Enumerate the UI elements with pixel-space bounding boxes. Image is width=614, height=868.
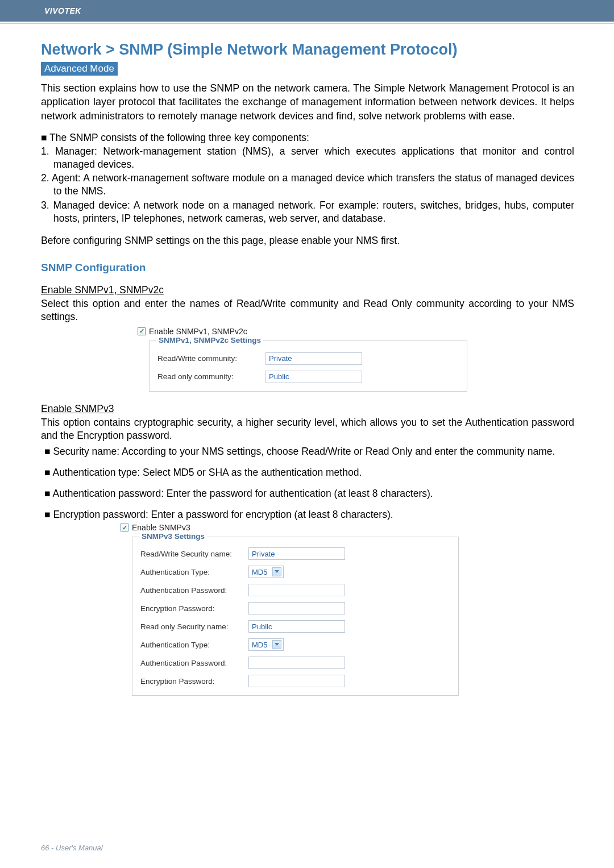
rw-auth-type-row: Authentication Type: MD5 (140, 566, 450, 578)
rw-auth-type-select[interactable]: MD5 (248, 566, 284, 578)
ro-auth-type-select[interactable]: MD5 (248, 638, 284, 651)
snmpv1v2c-fieldset: SNMPv1, SNMPv2c Settings Read/Write comm… (149, 340, 467, 392)
enable-v1v2c-checkbox-label: Enable SNMPv1, SNMPv2c (149, 327, 247, 336)
rw-enc-password-row: Encryption Password: (140, 602, 450, 614)
component-item-2: 2. Agent: A network-management software … (41, 172, 574, 198)
component-item-1: 1. Manager: Network-management station (… (41, 145, 574, 171)
snmpv3-config-block: ✓ Enable SNMPv3 SNMPv3 Settings Read/Wri… (121, 523, 574, 696)
v3-bullet-auth-type: Authentication type: Select MD5 or SHA a… (41, 466, 574, 479)
brand-label: VIVOTEK (44, 6, 81, 15)
snmpv1v2c-legend: SNMPv1, SNMPv2c Settings (156, 336, 263, 344)
components-lead: ■ The SNMP consists of the following thr… (41, 132, 574, 144)
page-title: Network > SNMP (Simple Network Managemen… (41, 41, 574, 59)
advanced-mode-badge: Advanced Mode (41, 62, 118, 76)
ro-auth-password-label: Authentication Password: (140, 659, 248, 667)
rw-enc-password-label: Encryption Password: (140, 604, 248, 613)
ro-enc-password-row: Encryption Password: (140, 675, 450, 687)
rw-security-name-input[interactable] (248, 547, 345, 560)
ro-auth-type-row: Authentication Type: MD5 (140, 638, 450, 651)
ro-community-row: Read only community: (157, 371, 459, 383)
v3-bullet-enc-password: Encryption password: Enter a password fo… (41, 508, 574, 521)
chevron-down-icon (272, 567, 281, 576)
enable-v3-checkbox-row[interactable]: ✓ Enable SNMPv3 (121, 523, 574, 532)
enable-v1v2c-heading: Enable SNMPv1, SNMPv2c (41, 284, 574, 296)
ro-community-label: Read only community: (157, 372, 265, 381)
ro-security-name-input[interactable] (248, 620, 345, 633)
snmpv1v2c-config-block: ✓ Enable SNMPv1, SNMPv2c SNMPv1, SNMPv2c… (138, 327, 574, 392)
rw-security-name-label: Read/Write Security name: (140, 550, 248, 558)
component-item-3: 3. Managed device: A network node on a m… (41, 199, 574, 225)
ro-enc-password-input[interactable] (248, 675, 345, 687)
page-content: Network > SNMP (Simple Network Managemen… (0, 24, 614, 696)
rw-auth-password-input[interactable] (248, 584, 345, 596)
rw-security-name-row: Read/Write Security name: (140, 547, 450, 560)
rw-community-row: Read/Write community: (157, 352, 459, 365)
page-footer: 66 - User's Manual (41, 844, 103, 852)
header-bar: VIVOTEK (0, 0, 614, 22)
rw-auth-password-label: Authentication Password: (140, 586, 248, 595)
rw-auth-password-row: Authentication Password: (140, 584, 450, 596)
ro-auth-type-label: Authentication Type: (140, 641, 248, 649)
before-configuring-note: Before configuring SNMP settings on the … (41, 235, 574, 247)
rw-auth-type-value: MD5 (252, 568, 267, 576)
ro-security-name-label: Read only Security name: (140, 622, 248, 631)
enable-v3-checkbox-label: Enable SNMPv3 (132, 523, 190, 532)
chevron-down-icon (272, 640, 281, 649)
svg-marker-1 (275, 643, 279, 646)
intro-paragraph: This section explains how to use the SNM… (41, 81, 574, 123)
rw-auth-type-label: Authentication Type: (140, 568, 248, 576)
ro-security-name-row: Read only Security name: (140, 620, 450, 633)
snmp-configuration-heading: SNMP Configuration (41, 261, 574, 274)
rw-enc-password-input[interactable] (248, 602, 345, 614)
snmpv3-fieldset: SNMPv3 Settings Read/Write Security name… (132, 537, 459, 696)
ro-auth-type-value: MD5 (252, 641, 267, 649)
v3-bullet-security-name: Security name: According to your NMS set… (41, 445, 574, 458)
snmpv3-legend: SNMPv3 Settings (139, 532, 207, 541)
enable-v1v2c-checkbox-row[interactable]: ✓ Enable SNMPv1, SNMPv2c (138, 327, 574, 336)
rw-community-label: Read/Write community: (157, 354, 265, 363)
rw-community-input[interactable] (265, 352, 362, 365)
ro-auth-password-input[interactable] (248, 657, 345, 669)
ro-enc-password-label: Encryption Password: (140, 677, 248, 686)
enable-v3-checkbox[interactable]: ✓ (121, 524, 128, 531)
enable-v3-heading: Enable SNMPv3 (41, 403, 574, 415)
enable-v1v2c-checkbox[interactable]: ✓ (138, 327, 146, 335)
enable-v3-desc: This option contains cryptographic secur… (41, 416, 574, 442)
svg-marker-0 (275, 570, 279, 573)
ro-auth-password-row: Authentication Password: (140, 657, 450, 669)
enable-v1v2c-desc: Select this option and enter the names o… (41, 297, 574, 323)
ro-community-input[interactable] (265, 371, 362, 383)
v3-bullet-auth-password: Authentication password: Enter the passw… (41, 487, 574, 500)
